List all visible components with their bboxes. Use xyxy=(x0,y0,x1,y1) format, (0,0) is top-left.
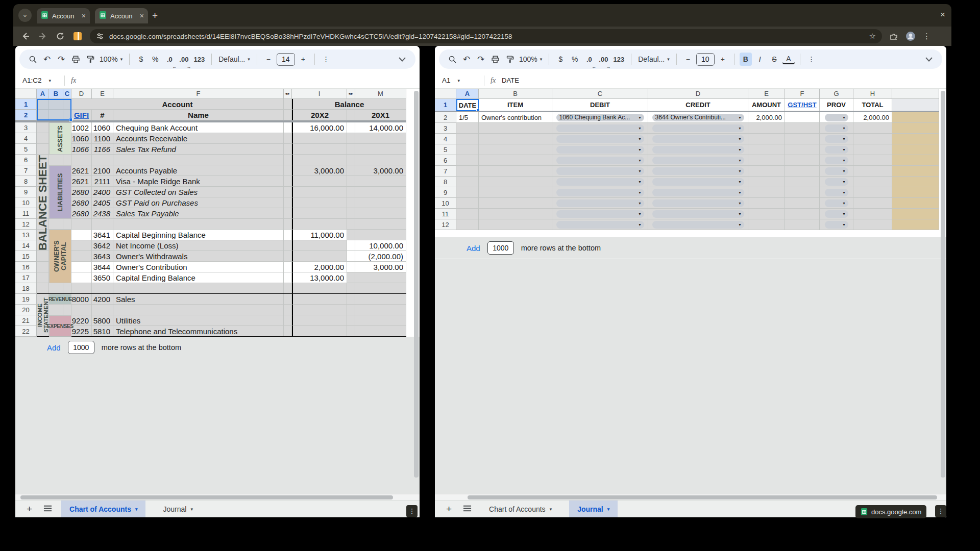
cell-extra-11[interactable] xyxy=(892,209,939,219)
cell-h1-10[interactable] xyxy=(284,197,292,208)
cell-item-6[interactable] xyxy=(479,155,552,166)
cell-amount-11[interactable] xyxy=(748,209,785,219)
cell-date-5[interactable] xyxy=(456,144,479,155)
cell-gst-5[interactable] xyxy=(785,144,820,155)
cell-debit-3[interactable]: ▾ xyxy=(552,123,648,134)
cell-date-8[interactable] xyxy=(456,177,479,187)
cell-name-22[interactable]: Telephone and Telecommunications xyxy=(113,326,284,337)
cell-credit-header[interactable]: CREDIT xyxy=(648,99,748,111)
row-header-2[interactable]: 2 xyxy=(435,112,456,123)
cell-h2-10[interactable] xyxy=(347,197,355,208)
cell-h2-13[interactable] xyxy=(347,230,355,240)
cell-credit-6[interactable]: ▾ xyxy=(648,155,748,166)
cell-20x2-14[interactable] xyxy=(292,240,347,251)
cell-gst-8[interactable] xyxy=(785,177,820,187)
cell-20x1-21[interactable] xyxy=(355,315,406,326)
cell-total-5[interactable] xyxy=(853,144,892,155)
cell-20x2-11[interactable] xyxy=(292,208,347,219)
section-label-expenses[interactable]: EXPENSES xyxy=(49,315,71,337)
row-header-14[interactable]: 14 xyxy=(15,240,37,251)
row-header-12[interactable]: 12 xyxy=(435,219,456,230)
section-label-revenue[interactable]: REVENUE xyxy=(49,294,71,305)
prov-dropdown[interactable]: ▾ xyxy=(825,135,848,143)
undo-icon[interactable]: ↶ xyxy=(41,53,53,66)
cell-account-header[interactable]: Account xyxy=(71,99,284,110)
url-field[interactable]: docs.google.com/spreadsheets/d/14EEl8I7n… xyxy=(90,29,882,43)
cell-h2-9[interactable] xyxy=(347,187,355,197)
sheet-tab-caret-icon[interactable]: ▾ xyxy=(190,507,193,512)
name-box-caret-icon[interactable]: ▾ xyxy=(458,78,460,83)
paint-format-icon[interactable] xyxy=(84,53,96,66)
cell-h1-18[interactable] xyxy=(284,283,292,294)
sheet-tab-journal[interactable]: Journal▾ xyxy=(569,500,618,518)
cell-C20[interactable] xyxy=(63,305,71,315)
cell-20x1-18[interactable] xyxy=(355,283,406,294)
credit-dropdown[interactable]: ▾ xyxy=(652,221,744,229)
cell-h2-12[interactable] xyxy=(347,219,355,230)
cell-20x2-21[interactable] xyxy=(292,315,347,326)
cell-name-header[interactable]: Name xyxy=(113,110,284,120)
row-header-13[interactable]: 13 xyxy=(15,230,37,240)
cell-credit-8[interactable]: ▾ xyxy=(648,177,748,187)
prov-dropdown[interactable]: ▾ xyxy=(825,146,848,154)
cell-number-17[interactable]: 3650 xyxy=(92,272,113,283)
cell-extra-8[interactable] xyxy=(892,177,939,187)
add-rows-button[interactable]: Add xyxy=(47,343,61,352)
cell-number-19[interactable]: 4200 xyxy=(92,294,113,305)
cell-A18[interactable] xyxy=(37,283,49,294)
column-header-extra[interactable] xyxy=(892,89,939,99)
tab-close-icon[interactable]: × xyxy=(140,12,144,19)
cell-gifi-header[interactable]: GIFI xyxy=(71,110,92,120)
row-header-5[interactable]: 5 xyxy=(15,144,37,155)
row-header-4[interactable]: 4 xyxy=(435,134,456,144)
cell-h1-r2[interactable] xyxy=(284,110,292,120)
spreadsheet-grid[interactable]: ABCDEF◂▸I◂▸M12AccountBalanceGIFI#Name20X… xyxy=(15,89,406,337)
cell-gifi-14[interactable] xyxy=(71,240,92,251)
forward-icon[interactable] xyxy=(38,31,48,41)
cell-item-7[interactable] xyxy=(479,166,552,177)
cell-amount-8[interactable] xyxy=(748,177,785,187)
cell-date-header[interactable]: DATE xyxy=(456,99,479,111)
cell-date-12[interactable] xyxy=(456,219,479,230)
site-overlay-kebab-icon[interactable]: ⋮ xyxy=(935,505,946,517)
row-header-3[interactable]: 3 xyxy=(435,123,456,134)
cell-name-11[interactable]: Sales Tax Payable xyxy=(113,208,284,219)
cell-amount-7[interactable] xyxy=(748,166,785,177)
cell-name-19[interactable]: Sales xyxy=(113,294,284,305)
cell-number-header[interactable]: # xyxy=(92,110,113,120)
row-header-15[interactable]: 15 xyxy=(15,251,37,262)
cell-item-8[interactable] xyxy=(479,177,552,187)
cell-20x1-12[interactable] xyxy=(355,219,406,230)
browser-menu-kebab-icon[interactable]: ⋮ xyxy=(923,32,930,41)
cell-debit-5[interactable]: ▾ xyxy=(552,144,648,155)
cell-20x2-16[interactable]: 2,000.00 xyxy=(292,262,347,272)
cell-h1-9[interactable] xyxy=(284,187,292,197)
cell-gifi-12[interactable] xyxy=(71,219,92,230)
section-label-liabilities[interactable]: LIABILITIES xyxy=(49,165,71,219)
cell-20x2-9[interactable] xyxy=(292,187,347,197)
cell-name-13[interactable]: Capital Beginning Balance xyxy=(113,230,284,240)
cell-gst-6[interactable] xyxy=(785,155,820,166)
cell-total-3[interactable] xyxy=(853,123,892,134)
debit-dropdown[interactable]: ▾ xyxy=(556,157,644,164)
debit-dropdown[interactable]: ▾ xyxy=(556,146,644,154)
row-header-7[interactable]: 7 xyxy=(15,165,37,176)
cell-h1-22[interactable] xyxy=(284,326,292,337)
cell-number-14[interactable]: 3642 xyxy=(92,240,113,251)
cell-20x2-8[interactable] xyxy=(292,176,347,187)
column-header-G[interactable]: G xyxy=(820,89,853,99)
browser-tab-1[interactable]: Accoun × xyxy=(37,8,90,23)
cell-debit-12[interactable]: ▾ xyxy=(552,219,648,230)
font-select[interactable]: Defaul...▾ xyxy=(217,53,252,66)
cell-h1-12[interactable] xyxy=(284,219,292,230)
prov-dropdown[interactable]: ▾ xyxy=(825,199,848,207)
toolbar-search-icon[interactable] xyxy=(446,53,458,66)
cell-20x2-6[interactable] xyxy=(292,155,347,165)
cell-20x2-15[interactable] xyxy=(292,251,347,262)
sheet-tab-caret-icon[interactable]: ▾ xyxy=(135,507,138,512)
cell-name-7[interactable]: Accounts Payable xyxy=(113,165,284,176)
section-label-owners-capital[interactable]: OWNER'S CAPITAL xyxy=(49,230,71,283)
cell-20x2-13[interactable]: 11,000.00 xyxy=(292,230,347,240)
print-icon[interactable] xyxy=(69,53,82,66)
cell-gst-11[interactable] xyxy=(785,209,820,219)
